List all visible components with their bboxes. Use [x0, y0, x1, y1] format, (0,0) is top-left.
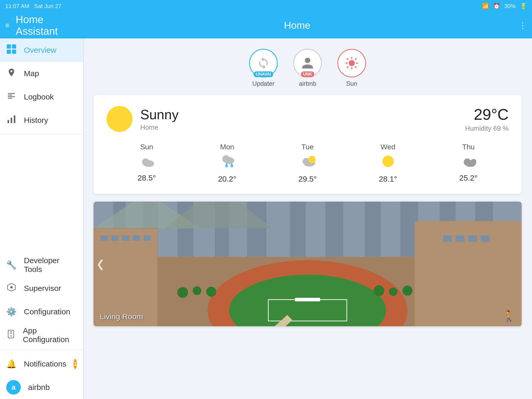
forecast-icon-mon: 💧💧 — [219, 155, 235, 171]
forecast-icon-thu — [461, 155, 476, 170]
forecast-temp-thu: 25.2° — [459, 174, 477, 182]
svg-rect-14 — [8, 330, 14, 338]
forecast-temp-wed: 28.1° — [379, 175, 397, 183]
svg-rect-81 — [468, 235, 477, 242]
entity-label-sun: Sun — [346, 80, 357, 87]
svg-text:💧💧: 💧💧 — [224, 163, 234, 168]
camera-left-arrow[interactable]: ❮ — [96, 258, 105, 270]
svg-rect-70 — [295, 298, 320, 301]
forecast-icon-sun — [139, 155, 155, 170]
sidebar-item-overview[interactable]: Overview — [0, 38, 83, 62]
sidebar-item-logbook[interactable]: Logbook — [0, 85, 83, 109]
sidebar-item-label-map: Map — [24, 69, 39, 78]
forecast-temp-mon: 20.2° — [218, 175, 236, 183]
svg-line-25 — [355, 58, 356, 60]
battery-text: 30% — [504, 3, 516, 10]
map-icon — [6, 68, 17, 79]
sidebar-divider-1 — [0, 135, 83, 135]
entity-airbnb[interactable]: UNK airbnb — [293, 49, 322, 87]
alarm-icon: ⏰ — [493, 3, 500, 10]
svg-rect-79 — [443, 235, 452, 242]
sidebar-item-app-configuration[interactable]: App Configuration — [0, 323, 83, 347]
sidebar-item-label-configuration: Configuration — [24, 307, 70, 316]
camera-motion-icon: 🚶 — [502, 310, 515, 322]
forecast-day-thu: Thu 25.2° — [459, 143, 477, 183]
sidebar-item-developer-tools[interactable]: 🔧 Developer Tools — [0, 253, 83, 277]
camera-label: Living Room — [100, 312, 143, 321]
forecast-day-wed: Wed 28.1° — [379, 143, 397, 183]
entity-circle-sun — [337, 49, 366, 77]
svg-point-5 — [10, 70, 12, 72]
overview-icon — [6, 44, 17, 56]
svg-point-30 — [222, 155, 230, 163]
weather-main: Sunny Home 29°C Humidity 69 % — [107, 105, 509, 132]
main-header: ≡ Home Assistant Home ⋮ — [0, 12, 532, 38]
svg-rect-56 — [365, 202, 383, 257]
svg-rect-52 — [290, 202, 308, 257]
svg-rect-54 — [325, 202, 345, 257]
sidebar-item-configuration[interactable]: ⚙️ Configuration — [0, 300, 83, 323]
menu-icon[interactable]: ≡ — [5, 21, 9, 30]
weather-temperature: 29°C — [465, 105, 509, 123]
forecast-temp-tue: 29.5° — [298, 175, 317, 183]
battery-icon: 🔋 — [520, 3, 527, 10]
weather-info: Sunny Home — [140, 107, 178, 131]
svg-rect-51 — [267, 202, 291, 257]
svg-point-17 — [10, 335, 12, 337]
svg-line-26 — [347, 66, 348, 68]
entity-updater[interactable]: UNAVAI Updater — [249, 49, 278, 87]
forecast-label-wed: Wed — [381, 143, 395, 151]
supervisor-icon — [6, 283, 17, 294]
forecast-icon-tue — [298, 155, 317, 171]
configuration-icon: ⚙️ — [6, 307, 17, 317]
svg-point-34 — [308, 156, 316, 163]
status-time: 11:07 AM Sat Jun 27 — [5, 3, 61, 10]
svg-rect-12 — [14, 115, 15, 123]
entity-label-airbnb: airbnb — [299, 80, 316, 87]
svg-rect-10 — [8, 120, 9, 123]
forecast-label-thu: Thu — [462, 143, 475, 151]
sidebar-item-notifications[interactable]: 🔔 Notifications 1 — [0, 352, 83, 376]
svg-point-85 — [206, 287, 216, 297]
forecast-icon-wed — [380, 155, 396, 171]
svg-rect-75 — [122, 235, 129, 241]
entity-sun[interactable]: Sun — [337, 49, 366, 87]
sidebar-item-history[interactable]: History — [0, 109, 83, 132]
sidebar-item-supervisor[interactable]: Supervisor — [0, 277, 83, 300]
svg-rect-50 — [247, 202, 268, 257]
svg-point-35 — [382, 156, 394, 167]
entity-row: UNAVAI Updater UNK airbnb — [94, 49, 522, 87]
weather-left: Sunny Home — [107, 106, 178, 132]
svg-rect-74 — [111, 235, 118, 241]
svg-rect-1 — [12, 44, 16, 49]
svg-point-28 — [142, 158, 149, 166]
camera-feed — [94, 202, 522, 326]
updater-badge: UNAVAI — [254, 71, 273, 77]
svg-point-18 — [349, 60, 355, 66]
sidebar-item-label-notifications: Notifications — [24, 360, 66, 368]
svg-rect-55 — [343, 202, 366, 257]
airbnb-badge: UNK — [301, 71, 314, 77]
forecast-temp-sun: 28.5° — [138, 174, 156, 182]
sidebar-item-map[interactable]: Map — [0, 62, 83, 85]
svg-rect-0 — [7, 44, 11, 49]
sidebar-item-label-history: History — [24, 116, 48, 125]
logbook-icon — [6, 91, 17, 103]
camera-card[interactable]: ❮ Living Room 🚶 — [94, 202, 522, 326]
header-right: ⋮ — [511, 21, 532, 30]
wifi-icon: 📶 — [482, 3, 489, 10]
svg-point-86 — [374, 285, 384, 296]
svg-point-88 — [402, 286, 412, 296]
svg-point-87 — [389, 288, 397, 296]
forecast-day-tue: Tue 29.5° — [298, 143, 317, 183]
status-bar: 11:07 AM Sat Jun 27 📶 ⏰ 30% 🔋 — [0, 0, 532, 12]
more-options-icon[interactable]: ⋮ — [518, 21, 527, 30]
sidebar-item-user[interactable]: a airbnb — [0, 376, 83, 399]
forecast-label-sun: Sun — [140, 143, 153, 151]
svg-rect-73 — [101, 235, 108, 241]
svg-rect-11 — [11, 118, 12, 123]
sidebar-item-label-overview: Overview — [24, 46, 56, 55]
sidebar-item-label-supervisor: Supervisor — [24, 284, 61, 293]
page-title: Home — [284, 20, 310, 31]
notification-badge: 1 — [74, 359, 77, 369]
